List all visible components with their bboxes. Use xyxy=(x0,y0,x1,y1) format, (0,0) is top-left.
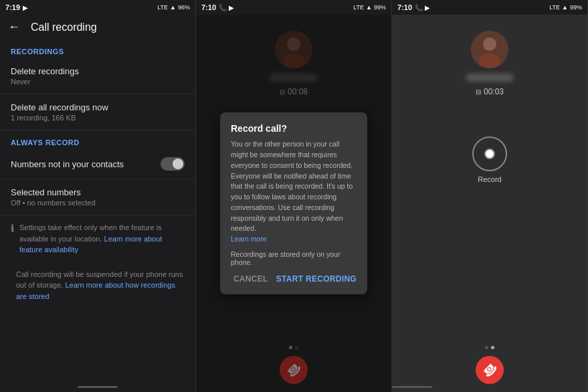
svg-point-4 xyxy=(483,37,496,51)
status-time-p2: 7:10 xyxy=(201,3,216,11)
recordings-section-label: RECORDINGS xyxy=(0,39,195,58)
status-icons-p1: ▶ xyxy=(23,4,28,11)
numbers-not-in-contacts-title: Numbers not in your contacts xyxy=(11,159,124,169)
dialog-body: You or the other person in your call mig… xyxy=(231,139,357,245)
call-screen-p3: ⊟ 00:03 Record ☎ xyxy=(392,15,587,392)
call-panel-dialog: 7:10 📞 ▶ LTE ▲ 99% ⊟ 00:08 xyxy=(196,0,392,392)
delete-all-title: Delete all recordings now xyxy=(11,102,185,112)
call-screen-p2: ⊟ 00:08 Record call? You or the other pe… xyxy=(196,15,391,392)
status-bar-p3: 7:10 📞 ▶ LTE ▲ 99% xyxy=(392,0,587,15)
selected-numbers-title: Selected numbers xyxy=(11,187,185,197)
call-status-icons-p2: 📞 ▶ xyxy=(219,4,234,11)
selected-numbers-subtitle: Off • no numbers selected xyxy=(11,199,185,207)
avatar-p3 xyxy=(471,31,508,68)
settings-header: ← Call recording xyxy=(0,15,195,39)
status-lte-p1: LTE xyxy=(157,4,168,11)
record-button[interactable] xyxy=(472,136,507,171)
end-call-icon-p3: ☎ xyxy=(479,359,500,380)
status-lte-p3: LTE xyxy=(549,4,560,11)
bottom-area-p3: ☎ xyxy=(392,346,587,392)
record-button-inner xyxy=(484,149,495,159)
call-panel-record: 7:10 📞 ▶ LTE ▲ 99% ⊟ 00:03 xyxy=(392,0,588,392)
info-text-2: Call recording will be suspended if your… xyxy=(16,269,185,302)
battery-p1: 96% xyxy=(178,4,190,11)
always-record-section-label: ALWAYS RECORD xyxy=(0,130,195,149)
numbers-not-in-contacts-item[interactable]: Numbers not in your contacts xyxy=(0,149,195,179)
battery-p2: 99% xyxy=(374,4,386,11)
dialog-title: Record call? xyxy=(231,123,357,134)
info-section-1: ℹ Settings take effect only when the fea… xyxy=(0,215,195,262)
settings-panel: 7:19 ▶ LTE ▲ 96% ← Call recording RECORD… xyxy=(0,0,196,392)
home-bar-p1 xyxy=(78,386,118,388)
record-label: Record xyxy=(478,175,501,183)
page-dots-p3 xyxy=(485,346,494,349)
dialog-overlay: Record call? You or the other person in … xyxy=(196,15,391,392)
status-time-p1: 7:19 xyxy=(5,3,20,11)
dialog-actions: Cancel Start recording xyxy=(231,274,357,284)
dialog-note: Recordings are stored only on your phone… xyxy=(231,250,357,266)
end-call-button-p3[interactable]: ☎ xyxy=(476,356,504,384)
dot-2-p3 xyxy=(491,346,494,349)
signal-icon-p1: ▲ xyxy=(170,4,176,11)
call-status-icons-p3: 📞 ▶ xyxy=(415,4,430,11)
numbers-toggle[interactable] xyxy=(161,157,185,171)
signal-icon-p3: ▲ xyxy=(562,4,568,11)
battery-p3: 99% xyxy=(570,4,582,11)
info-text-1: Settings take effect only when the featu… xyxy=(19,222,185,256)
settings-content: RECORDINGS Delete recordings Never Delet… xyxy=(0,39,195,392)
delete-recordings-title: Delete recordings xyxy=(11,66,185,76)
delete-recordings-subtitle: Never xyxy=(11,78,185,86)
signal-icon-p2: ▲ xyxy=(366,4,372,11)
dialog-learn-more-link[interactable]: Learn more xyxy=(231,235,267,243)
dot-1-p3 xyxy=(485,346,488,349)
record-call-dialog: Record call? You or the other person in … xyxy=(220,112,367,294)
info-section-2: Call recording will be suspended if your… xyxy=(0,262,195,309)
call-timer-p3: ⊟ 00:03 xyxy=(476,87,504,96)
call-avatar-area-p3: ⊟ 00:03 xyxy=(466,15,513,96)
page-title: Call recording xyxy=(31,21,97,33)
info-icon-1: ℹ xyxy=(11,223,14,233)
delete-all-item[interactable]: Delete all recordings now 1 recording, 1… xyxy=(0,94,195,130)
start-recording-button[interactable]: Start recording xyxy=(276,274,357,284)
status-bar-p2: 7:10 📞 ▶ LTE ▲ 99% xyxy=(196,0,391,15)
delete-all-subtitle: 1 recording, 166 KB xyxy=(11,114,185,122)
record-button-area: Record xyxy=(472,136,507,183)
status-lte-p2: LTE xyxy=(353,4,364,11)
cancel-button[interactable]: Cancel xyxy=(233,274,268,284)
selected-numbers-item[interactable]: Selected numbers Off • no numbers select… xyxy=(0,179,195,215)
back-button[interactable]: ← xyxy=(8,20,20,34)
caller-name-p3 xyxy=(466,74,513,82)
home-bar-p3 xyxy=(392,386,432,388)
status-bar-p1: 7:19 ▶ LTE ▲ 96% xyxy=(0,0,195,15)
timer-icon-p3: ⊟ xyxy=(476,88,481,96)
status-time-p3: 7:10 xyxy=(397,3,412,11)
delete-recordings-item[interactable]: Delete recordings Never xyxy=(0,58,195,94)
